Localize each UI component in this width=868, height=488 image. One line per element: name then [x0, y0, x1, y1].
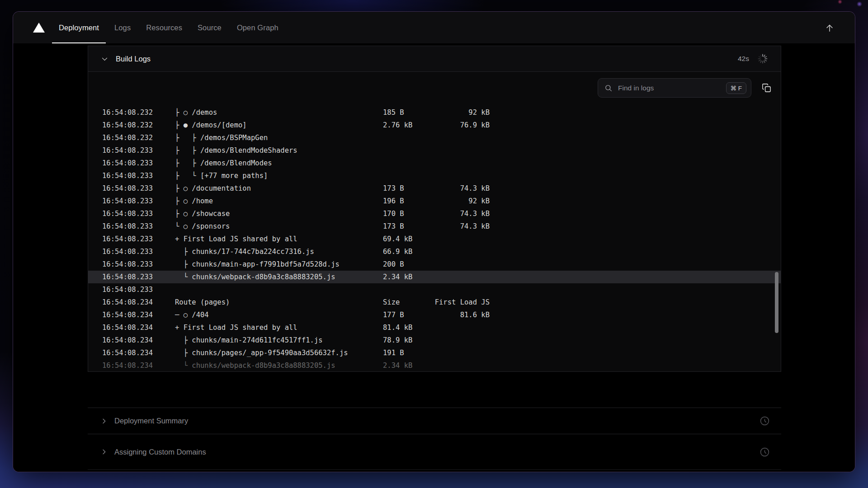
tab-logs[interactable]: Logs — [107, 12, 138, 43]
arrow-up-icon — [825, 23, 835, 33]
log-route-text: + First Load JS shared by all — [175, 235, 383, 243]
log-size: 177 B — [383, 311, 433, 319]
log-line[interactable]: 16:54:08.234 + First Load JS shared by a… — [88, 321, 781, 334]
log-line[interactable]: 16:54:08.233 └ chunks/webpack-d8b9a3c8a8… — [88, 271, 781, 283]
chevron-right-icon — [100, 448, 108, 455]
log-size: 173 B — [383, 184, 433, 192]
chevron-down-icon — [101, 55, 108, 63]
log-route-text: + First Load JS shared by all — [175, 324, 383, 332]
log-size: Size — [383, 298, 433, 306]
log-route-text: └ chunks/webpack-d8b9a3c8a8883205.js — [175, 361, 383, 370]
log-route-text: ├ chunks/17-744c7ba224cc7316.js — [175, 248, 383, 256]
log-line[interactable]: 16:54:08.233 ├ ├ /demos/BlendModeShaders — [88, 144, 781, 157]
log-size: 69.4 kB — [383, 235, 433, 243]
section-label: Assigning Custom Domains — [114, 448, 206, 456]
log-timestamp: 16:54:08.233 — [102, 210, 175, 218]
log-line[interactable]: 16:54:08.234 Route (pages) Size First Lo… — [88, 296, 781, 309]
log-line[interactable]: 16:54:08.233 ├ ├ /demos/BlendModes — [88, 157, 781, 169]
search-shortcut-badge: ⌘ F — [726, 82, 747, 94]
log-line[interactable]: 16:54:08.234 ─ ○ /404 177 B 81.6 kB — [88, 309, 781, 321]
log-size: 170 B — [383, 210, 433, 218]
log-timestamp: 16:54:08.234 — [102, 336, 175, 344]
loading-spinner-icon — [757, 53, 768, 64]
log-size: 185 B — [383, 108, 433, 117]
pending-status — [760, 447, 770, 457]
log-timestamp: 16:54:08.234 — [102, 298, 175, 306]
log-timestamp: 16:54:08.233 — [102, 146, 175, 155]
build-logs-header[interactable]: Build Logs 42s — [88, 46, 781, 72]
log-line[interactable]: 16:54:08.233 ├ └ [+77 more paths] — [88, 169, 781, 182]
log-line[interactable]: 16:54:08.233 ├ chunks/main-app-f7991bdf5… — [88, 258, 781, 271]
log-first-load: 81.6 kB — [433, 311, 490, 319]
log-line[interactable]: 16:54:08.234 ├ chunks/pages/_app-9f5490a… — [88, 347, 781, 359]
log-route-text: ├ ○ /demos — [175, 108, 383, 117]
log-timestamp: 16:54:08.234 — [102, 349, 175, 357]
search-icon — [604, 84, 613, 92]
log-timestamp: 16:54:08.233 — [102, 260, 175, 268]
log-line[interactable]: 16:54:08.233 └ ○ /sponsors 173 B 74.3 kB — [88, 220, 781, 233]
clock-icon — [760, 416, 770, 426]
build-logs-title: Build Logs — [116, 55, 151, 63]
log-route-text: ├ chunks/pages/_app-9f5490aa3d56632f.js — [175, 349, 383, 357]
log-route-text: ├ ● /demos/[demo] — [175, 121, 383, 129]
log-timestamp: 16:54:08.232 — [102, 108, 175, 117]
log-timestamp: 16:54:08.232 — [102, 134, 175, 142]
log-size: 191 B — [383, 349, 433, 357]
tab-deployment[interactable]: Deployment — [51, 12, 107, 43]
log-line[interactable]: 16:54:08.232 ├ ├ /demos/BSPMapGen — [88, 131, 781, 144]
log-first-load: 74.3 kB — [433, 184, 490, 192]
log-route-text: Route (pages) — [175, 298, 383, 306]
log-line[interactable]: 16:54:08.232 ├ ○ /demos 185 B 92 kB — [88, 106, 781, 119]
log-timestamp: 16:54:08.232 — [102, 121, 175, 129]
log-timestamp: 16:54:08.234 — [102, 361, 175, 370]
nav-tabs: Deployment Logs Resources Source Open Gr… — [51, 12, 286, 43]
log-line[interactable]: 16:54:08.233 ├ chunks/17-744c7ba224cc731… — [88, 245, 781, 258]
log-timestamp: 16:54:08.233 — [102, 222, 175, 230]
log-scrollbar-thumb[interactable] — [775, 272, 778, 333]
vercel-logo[interactable] — [33, 12, 45, 43]
log-route-text: ├ ├ /demos/BlendModes — [175, 159, 383, 167]
log-size: 81.4 kB — [383, 324, 433, 332]
log-first-load: 74.3 kB — [433, 222, 490, 230]
log-line[interactable]: 16:54:08.234 ├ chunks/main-274d611fc4517… — [88, 334, 781, 347]
log-line[interactable]: 16:54:08.233 ├ ○ /showcase 170 B 74.3 kB — [88, 207, 781, 220]
section-label: Deployment Summary — [114, 417, 188, 425]
tab-source[interactable]: Source — [190, 12, 229, 43]
scroll-to-top-button[interactable] — [823, 22, 836, 34]
log-size: 200 B — [383, 260, 433, 268]
log-line[interactable]: 16:54:08.233 ├ ○ /documentation 173 B 74… — [88, 182, 781, 195]
log-first-load: First Load JS — [433, 298, 490, 306]
build-duration: 42s — [738, 55, 749, 63]
tab-open-graph[interactable]: Open Graph — [229, 12, 286, 43]
copy-logs-button[interactable] — [760, 82, 772, 94]
log-line[interactable]: 16:54:08.234 └ chunks/webpack-d8b9a3c8a8… — [88, 359, 781, 371]
log-line[interactable]: 16:54:08.233 + First Load JS shared by a… — [88, 233, 781, 245]
find-in-logs-input[interactable] — [618, 84, 726, 92]
app-window: Deployment Logs Resources Source Open Gr… — [13, 11, 855, 472]
pending-status — [760, 416, 770, 426]
log-line[interactable]: 16:54:08.233 — [88, 283, 781, 296]
log-timestamp: 16:54:08.233 — [102, 286, 175, 294]
log-search-bar: ⌘ F — [598, 78, 772, 98]
page-content: Build Logs 42s — [13, 43, 855, 472]
log-route-text: ├ ○ /documentation — [175, 184, 383, 192]
log-timestamp: 16:54:08.233 — [102, 235, 175, 243]
log-lines: 16:54:08.232 ├ ○ /demos 185 B 92 kB 16:5… — [88, 106, 781, 371]
log-route-text: ├ ○ /home — [175, 197, 383, 205]
log-line[interactable]: 16:54:08.233 ├ ○ /home 196 B 92 kB — [88, 195, 781, 207]
log-timestamp: 16:54:08.233 — [102, 273, 175, 281]
log-timestamp: 16:54:08.233 — [102, 197, 175, 205]
section-assigning-custom-domains[interactable]: Assigning Custom Domains — [88, 434, 781, 469]
log-route-text: ├ chunks/main-app-f7991bdf5a7d528d.js — [175, 260, 383, 268]
log-first-load: 76.9 kB — [433, 121, 490, 129]
tab-resources[interactable]: Resources — [138, 12, 190, 43]
log-timestamp: 16:54:08.233 — [102, 172, 175, 180]
deployment-sections: Deployment Summary Assigning Custom Doma… — [88, 408, 781, 470]
log-first-load: 92 kB — [433, 197, 490, 205]
log-search-box[interactable]: ⌘ F — [598, 78, 751, 98]
build-logs-panel: Build Logs 42s — [88, 46, 781, 372]
log-line[interactable]: 16:54:08.232 ├ ● /demos/[demo] 2.76 kB 7… — [88, 119, 781, 131]
log-size: 2.76 kB — [383, 121, 433, 129]
clock-icon — [760, 447, 770, 457]
section-deployment-summary[interactable]: Deployment Summary — [88, 408, 781, 434]
